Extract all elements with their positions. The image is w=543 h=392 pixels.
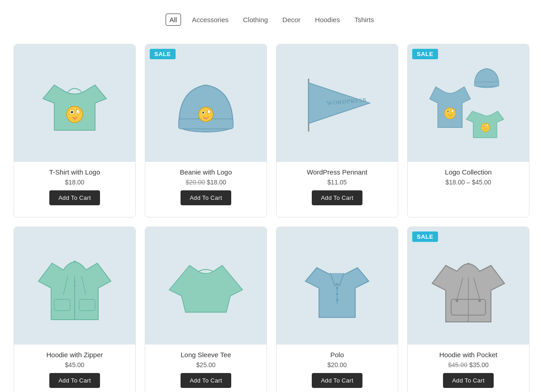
product-image: [276, 227, 398, 345]
svg-point-43: [456, 299, 458, 302]
add-to-cart-button[interactable]: Add To Cart: [181, 190, 231, 205]
product-image: SALE: [145, 44, 267, 162]
product-name: Logo Collection: [413, 168, 524, 176]
svg-point-22: [448, 111, 449, 113]
sale-badge: SALE: [150, 49, 176, 59]
product-price: $45.00$35.00: [413, 361, 524, 368]
price: $18.00 – $45.00: [445, 179, 491, 186]
product-price: $20.00: [282, 361, 392, 368]
svg-point-11: [202, 112, 204, 113]
svg-point-20: [444, 108, 456, 119]
svg-point-26: [483, 126, 484, 127]
product-card-6: Long Sleeve Tee $25.00 Add To Cart: [145, 227, 267, 392]
filter-btn-all[interactable]: All: [166, 14, 181, 26]
add-to-cart-button[interactable]: Add To Cart: [49, 190, 100, 205]
product-name: Hoodie with Zipper: [19, 351, 130, 359]
original-price: $20.00: [186, 179, 205, 186]
product-card-2: SALE Beanie with Logo $20.00$18.00 Add T…: [145, 44, 267, 217]
product-grid: T-Shirt with Logo $18.00 Add To Cart SAL…: [14, 44, 529, 392]
product-info: Beanie with Logo $20.00$18.00 Add To Car…: [145, 162, 267, 210]
price: $18.00: [65, 179, 85, 186]
filter-btn-accessories[interactable]: Accessories: [188, 14, 232, 25]
svg-point-12: [208, 110, 210, 113]
filter-btn-clothing[interactable]: Clothing: [239, 14, 272, 25]
product-info: Polo $20.00 Add To Cart: [276, 345, 398, 392]
product-image: [14, 44, 135, 162]
filter-btn-tshirts[interactable]: Tshirts: [351, 14, 377, 25]
sale-price: $35.00: [469, 361, 489, 368]
product-info: Logo Collection $18.00 – $45.00: [408, 162, 529, 195]
product-name: WordPress Pennant: [282, 168, 392, 176]
product-name: Hoodie with Pocket: [413, 351, 524, 359]
svg-point-44: [478, 299, 481, 302]
product-info: Hoodie with Zipper $45.00 Add To Cart: [14, 345, 135, 392]
product-price: $25.00: [151, 361, 261, 368]
svg-rect-19: [475, 82, 499, 86]
add-to-cart-button[interactable]: Add To Cart: [49, 373, 100, 388]
sale-price: $18.00: [207, 179, 226, 186]
product-name: Beanie with Logo: [151, 168, 261, 176]
product-card-4: SALE Logo Collection $18.0: [407, 44, 529, 217]
product-info: T-Shirt with Logo $18.00 Add To Cart: [14, 162, 135, 210]
product-card-3: WORDPRESS WordPress Pennant $11.05 Add T…: [276, 44, 398, 217]
svg-point-9: [199, 107, 213, 122]
svg-point-5: [76, 109, 79, 113]
product-price: $20.00$18.00: [151, 179, 261, 186]
price: $20.00: [328, 361, 347, 368]
add-to-cart-button[interactable]: Add To Cart: [443, 373, 494, 388]
svg-point-37: [336, 293, 338, 295]
svg-point-2: [71, 111, 73, 113]
svg-point-27: [487, 124, 489, 127]
product-card-8: SALE Hoodie with Pocket $45.00$35.00 Add…: [407, 227, 529, 392]
product-image: SALE: [408, 44, 529, 162]
product-image: WORDPRESS: [276, 44, 398, 162]
add-to-cart-button[interactable]: Add To Cart: [312, 190, 362, 205]
product-price: $18.00 – $45.00: [413, 179, 524, 186]
svg-point-0: [67, 106, 83, 123]
product-name: Long Sleeve Tee: [151, 351, 261, 359]
product-info: Hoodie with Pocket $45.00$35.00 Add To C…: [408, 345, 529, 392]
filter-btn-decor[interactable]: Decor: [279, 14, 304, 25]
sale-badge: SALE: [412, 49, 438, 59]
product-card-5: Hoodie with Zipper $45.00 Add To Cart: [14, 227, 136, 392]
svg-point-24: [481, 123, 490, 132]
price: $25.00: [196, 361, 216, 368]
product-image: [145, 227, 267, 345]
svg-point-23: [452, 109, 454, 112]
filter-btn-hoodies[interactable]: Hoodies: [311, 14, 343, 25]
svg-point-38: [336, 299, 338, 301]
svg-point-36: [336, 287, 338, 289]
add-to-cart-button[interactable]: Add To Cart: [312, 373, 362, 388]
product-card-7: Polo $20.00 Add To Cart: [276, 227, 398, 392]
product-price: $45.00: [19, 361, 130, 368]
filter-bar: AllAccessoriesClothingDecorHoodiesTshirt…: [9, 9, 534, 30]
price: $45.00: [65, 361, 85, 368]
price: $11.05: [328, 179, 347, 186]
product-price: $18.00: [19, 179, 130, 186]
product-name: Polo: [282, 351, 392, 359]
product-name: T-Shirt with Logo: [19, 168, 130, 176]
product-info: Long Sleeve Tee $25.00 Add To Cart: [145, 345, 267, 392]
original-price: $45.00: [448, 361, 467, 368]
product-image: SALE: [408, 227, 529, 345]
add-to-cart-button[interactable]: Add To Cart: [181, 373, 231, 388]
product-card-1: T-Shirt with Logo $18.00 Add To Cart: [14, 44, 136, 217]
product-image: [14, 227, 135, 345]
product-info: WordPress Pennant $11.05 Add To Cart: [276, 162, 398, 210]
product-price: $11.05: [282, 179, 392, 186]
sale-badge: SALE: [412, 231, 438, 242]
